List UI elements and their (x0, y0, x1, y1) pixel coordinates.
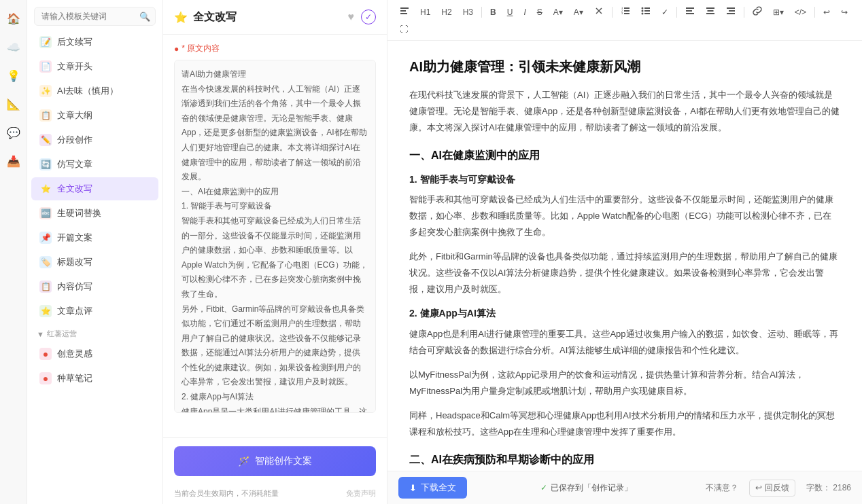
sidebar-item-opening-plan[interactable]: 📌 开篇文案 (31, 226, 158, 249)
toolbar-redo[interactable]: ↪ (837, 5, 852, 19)
sidebar-item-title-rewrite[interactable]: 🏷️ 标题改写 (31, 251, 158, 274)
seed-note-icon: ● (39, 372, 52, 384)
feedback-button[interactable]: ↩ 回反馈 (749, 480, 795, 497)
heart-icon[interactable]: ♥ (348, 11, 355, 23)
svg-rect-15 (686, 7, 694, 9)
sidebar-item-replace-words[interactable]: 🔤 生硬词替换 (31, 202, 158, 225)
editor-subsection2-para1: 健康App也是利用AI进行健康管理的重要工具。这些App通过收集用户输入的数据，… (409, 326, 840, 359)
toolbar-h3[interactable]: H3 (459, 5, 477, 19)
sidebar-item-label: 生硬词替换 (57, 207, 101, 219)
toolbar-link[interactable] (748, 4, 766, 20)
section-label: ▼ 红薯运营 (27, 323, 162, 342)
editor-subsection1-title: 1. 智能手表与可穿戴设备 (409, 173, 840, 187)
rewrite-icon: ⭐ (39, 183, 52, 195)
toolbar-underline[interactable]: U (503, 5, 517, 19)
toolbar-bold[interactable]: B (486, 5, 500, 19)
download-button[interactable]: ⬇ 下载全文 (398, 477, 467, 499)
svg-rect-18 (706, 7, 714, 9)
toolbar-h1[interactable]: H1 (416, 5, 434, 19)
editor-subsection1-para2: 此外，Fitbit和Garmin等品牌的设备也具备类似功能，通过持续监测用户的生… (409, 249, 840, 298)
editor-section2-title: 二、AI在疾病预防和早期诊断中的应用 (409, 452, 840, 467)
sidebar-item-imitate[interactable]: 🔄 仿写文章 (31, 153, 158, 176)
editor-section1-title: 一、AI在健康监测中的应用 (409, 148, 840, 163)
toolbar-code[interactable]: </> (791, 5, 810, 19)
editor-toolbar: H1 H2 H3 B U I S A▾ A▾ 123 ✓ (387, 0, 862, 41)
inbox-icon-btn[interactable]: 📥 (2, 149, 25, 173)
creative-icon: ● (39, 348, 52, 360)
article-review-icon: ⭐ (39, 305, 52, 317)
middle-header: ⭐ 全文改写 ♥ ✓ (163, 0, 387, 35)
svg-rect-5 (624, 13, 630, 14)
layout-icon-btn[interactable]: 📐 (2, 92, 25, 115)
smart-create-button[interactable]: 🪄 智能创作文案 (174, 446, 376, 476)
middle-title: ⭐ 全文改写 (174, 10, 237, 24)
toolbar-italic[interactable]: I (519, 5, 530, 19)
sidebar-item-label: 文章点评 (57, 305, 92, 317)
cloud-icon-btn[interactable]: ☁️ (2, 35, 25, 58)
toolbar-table[interactable]: ⊞▾ (769, 5, 788, 19)
svg-rect-0 (400, 7, 409, 9)
check-icon[interactable]: ✓ (361, 10, 376, 24)
toolbar-align-left[interactable] (681, 4, 699, 20)
original-text-box[interactable]: 请AI助力健康管理 在当今快速发展的科技时代，人工智能（AI）正逐渐渗透到我们生… (174, 60, 376, 413)
sidebar-item-article-outline[interactable]: 📋 文章大纲 (31, 104, 158, 127)
toolbar-fullscreen[interactable]: ⛶ (396, 22, 412, 36)
download-icon: ⬇ (409, 483, 417, 493)
toolbar-clear[interactable] (590, 4, 608, 20)
sidebar-item-label: 后文续写 (57, 36, 92, 48)
sidebar-item-continue[interactable]: 📝 后文续写 (31, 31, 158, 54)
section-arrow: ▼ (37, 330, 44, 338)
sidebar-item-label: 分段创作 (57, 134, 92, 146)
toolbar-check-list[interactable]: ✓ (657, 5, 672, 19)
sidebar-item-creative[interactable]: ● 创意灵感 (31, 342, 158, 365)
title-rewrite-icon: 🏷️ (39, 256, 52, 268)
home-icon-btn[interactable]: 🏠 (2, 7, 25, 30)
toolbar-format[interactable] (396, 4, 413, 20)
sidebar-item-label: 仿写文章 (57, 158, 92, 170)
toolbar-undo[interactable]: ↩ (819, 5, 834, 19)
toolbar-font-color[interactable]: A▾ (549, 5, 567, 19)
article-open-icon: 📄 (39, 60, 52, 73)
opening-plan-icon: 📌 (39, 232, 52, 244)
svg-rect-16 (686, 10, 692, 12)
sidebar-item-label: 创意灵感 (57, 348, 92, 360)
svg-rect-12 (644, 10, 650, 12)
search-input[interactable] (34, 7, 156, 26)
sidebar-item-rewrite[interactable]: ⭐ 全文改写 (31, 177, 158, 200)
bulb-icon-btn[interactable]: 💡 (2, 64, 25, 87)
replace-words-icon: 🔤 (39, 207, 52, 219)
sidebar-item-label: 文章大纲 (57, 109, 92, 122)
toolbar-strikethrough[interactable]: S (533, 5, 547, 19)
smart-btn-wrap: 🪄 智能创作文案 (163, 437, 387, 484)
toolbar-unordered-list[interactable] (637, 4, 655, 20)
sidebar: 🔍 📝 后文续写 📄 文章开头 ✨ AI去味（慎用） 📋 文章大纲 ✏️ 分段创… (27, 0, 163, 504)
sidebar-item-ai-remove[interactable]: ✨ AI去味（慎用） (31, 79, 158, 103)
search-bar: 🔍 (27, 0, 162, 30)
search-icon: 🔍 (139, 12, 150, 22)
toolbar-align-right[interactable] (722, 4, 740, 20)
message-icon-btn[interactable]: 💬 (2, 121, 25, 144)
toolbar-h2[interactable]: H2 (437, 5, 455, 19)
sidebar-item-label: 开篇文案 (57, 232, 92, 244)
editor-bottom-bar: ⬇ 下载全文 ✓ 已保存到「创作记录」 不满意？ ↩ 回反馈 字数： 2186 (387, 471, 862, 504)
sidebar-item-section-write[interactable]: ✏️ 分段创作 (31, 128, 158, 151)
toolbar-highlight[interactable]: A▾ (570, 5, 587, 19)
sidebar-item-seed-note[interactable]: ● 种草笔记 (31, 367, 158, 390)
sidebar-item-article-open[interactable]: 📄 文章开头 (31, 55, 158, 78)
imitate-icon: 🔄 (39, 158, 52, 170)
toolbar-align-center[interactable] (702, 4, 719, 20)
sidebar-item-article-review[interactable]: ⭐ 文章点评 (31, 300, 158, 323)
toolbar-ordered-list[interactable]: 123 (617, 4, 634, 20)
ai-remove-icon: ✨ (39, 85, 52, 97)
editor-content[interactable]: AI助力健康管理：引领未来健康新风潮 在现代科技飞速发展的背景下，人工智能（AI… (387, 41, 862, 471)
svg-rect-20 (706, 13, 714, 14)
feedback-icon: ↩ (755, 483, 762, 492)
section-write-icon: ✏️ (39, 134, 52, 146)
check-circle-icon: ✓ (540, 483, 547, 492)
sidebar-item-content-imitate[interactable]: 📋 内容仿写 (31, 275, 158, 298)
star-icon: ⭐ (174, 11, 188, 24)
svg-point-11 (641, 10, 643, 12)
middle-footer: 当前会员生效期内，不消耗能量 免责声明 (163, 484, 387, 504)
continue-icon: 📝 (39, 36, 52, 48)
editor-subsection2-para2: 以MyFitnessPal为例，这款App记录用户的饮食和运动情况，提供热量计算… (409, 367, 840, 399)
